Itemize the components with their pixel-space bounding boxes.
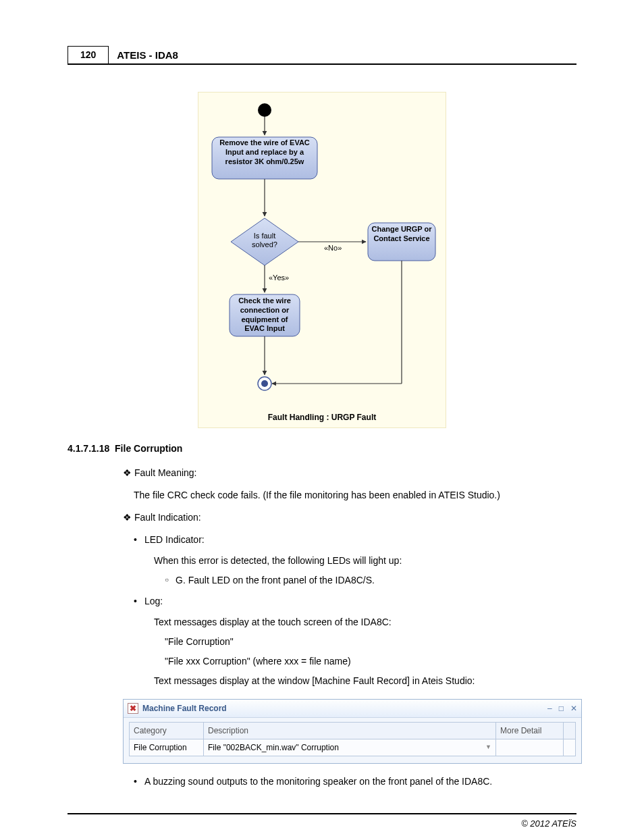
dropdown-icon[interactable]: ▼ [485,743,491,752]
end-node-icon [261,380,268,387]
circle-bullet-icon: ○ [165,573,176,588]
minimize-button[interactable]: – [547,702,552,714]
fault-indication-heading: ❖ Fault Indication: [123,511,576,525]
log-quote-2: "File xxx Corruption" (where xxx = file … [165,654,576,669]
page-footer: © 2012 ATEÏS [68,813,576,829]
led-indicator-item: ○ G. Fault LED on the front panel of the… [165,573,576,588]
col-category[interactable]: Category [130,723,204,739]
table-header-row: Category Description More Detail [130,723,576,739]
maximize-button[interactable]: □ [559,702,564,714]
col-description[interactable]: Description [204,723,496,739]
machine-fault-record-window: ✖ Machine Fault Record – □ ✕ Catego [123,699,582,764]
cell-more-detail [496,739,564,756]
section-number: 4.1.7.1.18 [68,443,109,454]
start-node-icon [258,103,271,117]
cell-description: File "002BACK_min.wav" Corruption ▼ [204,739,496,756]
scrollbar-header [564,723,576,739]
section-heading: 4.1.7.1.18 File Corruption [68,443,576,454]
flow-step-2: Check the wire connection or equipment o… [231,296,298,334]
flow-decision: Is fault solved? [241,232,288,249]
window-title: Machine Fault Record [142,702,547,714]
cell-category: File Corruption [130,739,204,756]
flow-yes-label: «Yes» [269,273,289,282]
led-indicator-heading: • LED Indicator: [134,533,576,547]
header-title: ATEIS - IDA8 [109,46,186,63]
flow-right-box: Change URGP or Contact Service [369,225,434,244]
scrollbar-cell[interactable] [564,739,576,756]
flow-no-label: «No» [324,244,342,252]
led-indicator-text: When this error is detected, the followi… [154,554,576,568]
log-text-1: Text messages display at the touch scree… [154,615,576,629]
page-number: 120 [68,46,109,63]
flowchart-diagram: Remove the wire of EVAC Input and replac… [198,92,446,428]
log-quote-1: "File Corruption" [165,635,576,649]
log-text-2: Text messages display at the window [Mac… [154,674,576,688]
section-title: File Corruption [115,443,182,454]
bullet-icon: • [134,775,144,789]
log-heading: • Log: [134,594,576,608]
flow-step-1: Remove the wire of EVAC Input and replac… [213,138,316,166]
col-more-detail[interactable]: More Detail [496,723,564,739]
app-icon: ✖ [128,703,138,714]
fault-record-table: Category Description More Detail File Co… [129,722,576,756]
bullet-icon: • [134,594,144,608]
bullet-icon: • [134,533,144,547]
window-titlebar: ✖ Machine Fault Record – □ ✕ [124,700,581,718]
fault-meaning-heading: ❖ Fault Meaning: [123,466,576,480]
page-header: 120 ATEIS - IDA8 [68,46,576,65]
buzzing-sound-item: • A buzzing sound outputs to the monitor… [134,775,576,789]
flowchart-caption: Fault Handling : URGP Fault [204,413,440,422]
close-button[interactable]: ✕ [570,702,577,714]
table-row[interactable]: File Corruption File "002BACK_min.wav" C… [130,739,576,756]
fault-meaning-text: The file CRC check code fails. (If the f… [134,488,576,502]
